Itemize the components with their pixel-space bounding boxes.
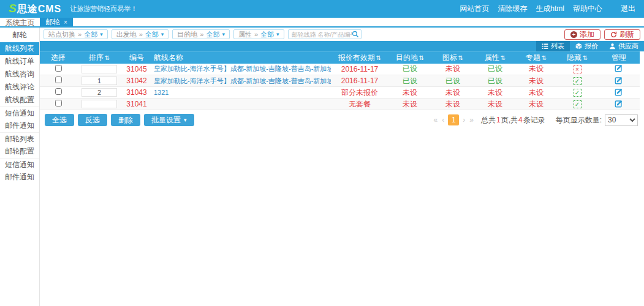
app-logo: S 思途 CMS — [9, 2, 61, 16]
col-topic[interactable]: 专题⇅ — [516, 52, 556, 64]
table-row: 31041 无套餐 未设 未设 未设 未设 ✓ — [40, 99, 640, 110]
search-icon[interactable] — [352, 31, 359, 38]
row-select-checkbox[interactable] — [55, 100, 62, 106]
sidebar-item-cruise-list[interactable]: 邮轮列表 — [0, 132, 39, 145]
sidebar-item-route-list[interactable]: 航线列表 — [0, 42, 39, 55]
per-page-select[interactable]: 30 — [605, 114, 638, 126]
add-button[interactable]: + 添加 — [564, 29, 600, 40]
col-select: 选择 — [40, 52, 77, 64]
sort-order-input[interactable] — [81, 100, 117, 108]
col-attribute[interactable]: 属性⇅ — [474, 52, 516, 64]
row-select-checkbox[interactable] — [55, 88, 62, 95]
quote-validity: 2016-11-17 — [341, 76, 379, 85]
view-tab-quotes[interactable]: 报价 — [570, 41, 604, 51]
refresh-button-label: 刷新 — [619, 29, 634, 40]
sort-order-input[interactable] — [81, 65, 117, 73]
sidebar-item-route-orders[interactable]: 航线订单 — [0, 55, 39, 68]
row-select-checkbox[interactable] — [55, 65, 62, 72]
sidebar-item-email-notify-1[interactable]: 邮件通知 — [0, 119, 39, 132]
sidebar-item-email-notify-2[interactable]: 邮件通知 — [0, 171, 39, 184]
sidebar-item-route-config[interactable]: 航线配置 — [0, 94, 39, 106]
sidebar-item-sms-notify-2[interactable]: 短信通知 — [0, 158, 39, 171]
chevron-down-icon: ▾ — [222, 31, 225, 37]
hidden-toggle-icon[interactable]: ✓ — [574, 77, 581, 85]
col-hidden[interactable]: 隐藏⇅ — [556, 52, 598, 64]
sidebar-item-sms-notify-1[interactable]: 短信通知 — [0, 106, 39, 119]
route-code: 31041 — [126, 100, 146, 108]
view-tab-list[interactable]: 列表 — [536, 41, 570, 51]
filter-attribute[interactable]: 属性 » 全部 ▾ — [233, 29, 284, 39]
sidebar-item-route-inquiries[interactable]: 航线咨询 — [0, 68, 39, 81]
quote-validity: 部分未报价 — [341, 88, 378, 97]
route-name-link[interactable]: 皇家加勒比-海洋水手号】成都-新加坡-吉隆坡-普吉岛-新加坡-成都 5晚6日游 — [154, 65, 331, 72]
route-name-link[interactable]: 1321 — [154, 89, 169, 96]
nav-help-center[interactable]: 帮助中心 — [573, 4, 602, 14]
col-destination[interactable]: 目的地⇅ — [388, 52, 431, 64]
col-sort[interactable]: 排序⇅ — [77, 52, 122, 64]
col-quote-validity[interactable]: 报价有效期⇅ — [331, 52, 388, 64]
select-all-button[interactable]: 全选 — [45, 114, 74, 126]
hidden-toggle-icon[interactable]: ✓ — [574, 100, 581, 108]
plus-circle-icon: + — [570, 31, 577, 38]
chevron-down-icon: ▾ — [276, 31, 279, 37]
separator: » — [200, 31, 203, 38]
logo-name: 思途 — [17, 3, 38, 16]
col-icon[interactable]: 图标⇅ — [431, 52, 474, 64]
route-name-link[interactable]: 皇家加勒比-海洋水手号】成都-新加坡-吉隆坡-普吉岛-新加坡-成都 5晚6日游 — [154, 77, 331, 84]
refresh-button[interactable]: 刷新 — [604, 29, 640, 40]
topic-status: 未设 — [529, 100, 544, 108]
nav-generate-html[interactable]: 生成html — [536, 4, 564, 14]
attribute-status: 已设 — [488, 64, 502, 73]
tab-cruise[interactable]: 邮轮 × — [40, 18, 73, 26]
view-tab-label: 列表 — [551, 42, 564, 51]
chevron-down-icon: ▾ — [100, 31, 103, 37]
first-page-icon[interactable]: « — [433, 116, 439, 124]
batch-settings-button[interactable]: 批量设置 ▾ — [144, 114, 194, 126]
edit-button[interactable] — [615, 88, 623, 96]
sidebar-item-cruise-config[interactable]: 邮轮配置 — [0, 145, 39, 158]
col-code: 编号 — [122, 52, 151, 64]
icon-status: 未设 — [445, 100, 460, 108]
view-tab-label: 报价 — [585, 42, 598, 51]
filter-departure[interactable]: 出发地 » 全部 ▾ — [112, 29, 169, 39]
edit-pencil-icon — [615, 99, 623, 108]
search-input[interactable] — [292, 31, 352, 38]
edit-button[interactable] — [615, 99, 623, 108]
edit-button[interactable] — [615, 64, 623, 72]
logo-leaf-icon: S — [9, 2, 17, 15]
prev-page-icon[interactable]: ‹ — [441, 116, 445, 124]
route-code: 31042 — [126, 76, 146, 85]
next-page-icon[interactable]: › — [462, 116, 466, 124]
destination-status: 已设 — [403, 76, 417, 85]
tab-system-home[interactable]: 系统主页 — [0, 18, 40, 26]
delete-button[interactable]: 删除 — [111, 114, 140, 126]
sort-icon: ⇅ — [458, 54, 463, 61]
view-tab-suppliers[interactable]: 供应商 — [604, 41, 644, 51]
sort-order-input[interactable] — [81, 76, 117, 85]
edit-button[interactable] — [615, 76, 623, 84]
nav-site-home[interactable]: 网站首页 — [460, 4, 489, 14]
route-code: 31045 — [126, 65, 146, 73]
sort-order-input[interactable] — [81, 88, 117, 97]
filter-site-switch[interactable]: 站点切换 » 全部 ▾ — [44, 29, 108, 39]
content-area: 站点切换 » 全部 ▾ 出发地 » 全部 ▾ 目的地 » 全部 ▾ — [40, 28, 644, 306]
nav-logout[interactable]: 退出 — [621, 4, 635, 14]
top-nav: 网站首页 清除缓存 生成html 帮助中心 退出 — [460, 4, 635, 14]
batch-settings-label: 批量设置 — [151, 115, 181, 125]
current-page[interactable]: 1 — [448, 114, 459, 125]
last-page-icon[interactable]: » — [469, 116, 474, 124]
filter-value: 全部 — [145, 30, 159, 39]
quote-validity: 无套餐 — [349, 100, 371, 108]
sidebar-item-route-comments[interactable]: 航线评论 — [0, 81, 39, 94]
row-select-checkbox[interactable] — [55, 76, 62, 83]
nav-clear-cache[interactable]: 清除缓存 — [498, 4, 527, 14]
filter-destination[interactable]: 目的地 » 全部 ▾ — [172, 29, 230, 39]
view-tab-label: 供应商 — [618, 42, 638, 51]
invert-selection-button[interactable]: 反选 — [78, 114, 107, 126]
close-icon[interactable]: × — [64, 19, 67, 26]
hidden-toggle-icon[interactable]: × — [574, 65, 581, 73]
attribute-status: 已设 — [488, 76, 502, 85]
filter-label: 目的地 — [177, 30, 197, 39]
app-window: S 思途 CMS 让旅游营销轻而易举！ 网站首页 清除缓存 生成html 帮助中… — [0, 0, 644, 306]
hidden-toggle-icon[interactable]: ✓ — [574, 89, 581, 97]
